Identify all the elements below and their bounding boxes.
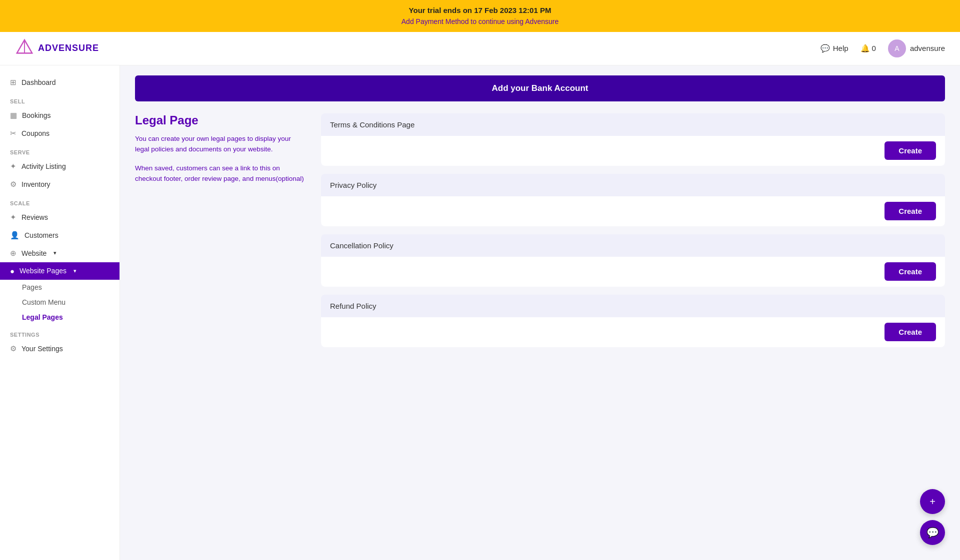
sidebar-item-reviews[interactable]: ✦ Reviews	[0, 208, 120, 226]
banner-line1: Your trial ends on 17 Feb 2023 12:01 PM	[10, 5, 950, 16]
website-pages-icon: ●	[10, 267, 14, 275]
legal-layout: Legal Page You can create your own legal…	[135, 113, 945, 347]
sidebar-item-legal-pages[interactable]: Legal Pages	[22, 310, 120, 325]
legal-card-3: Refund Policy Create	[321, 295, 945, 347]
settings-section-label: Settings	[0, 325, 120, 340]
banner-line2: Add Payment Method to continue using Adv…	[10, 16, 950, 27]
sell-section-label: Sell	[0, 91, 120, 106]
dashboard-icon: ⊞	[10, 78, 16, 87]
legal-card-body-0: Create	[321, 136, 945, 166]
legal-page-title: Legal Page	[135, 113, 305, 127]
settings-icon: ⚙	[10, 344, 16, 353]
main-content: Add your Bank Account Legal Page You can…	[120, 65, 960, 560]
chevron-down-icon: ▾	[54, 250, 56, 256]
header: ADVENSURE 💬 Help 🔔 0 A advensure	[0, 32, 960, 65]
scale-section-label: Scale	[0, 193, 120, 208]
bank-account-banner[interactable]: Add your Bank Account	[135, 75, 945, 101]
sidebar-item-inventory[interactable]: ⚙ Inventory	[0, 175, 120, 193]
legal-page-desc2: When saved, customers can see a link to …	[135, 163, 305, 184]
sidebar-item-website[interactable]: ⊕ Website ▾	[0, 244, 120, 262]
bell-icon: 🔔	[860, 44, 870, 53]
fab-container: + 💬	[920, 489, 945, 545]
activity-icon: ✦	[10, 162, 16, 171]
reviews-icon: ✦	[10, 213, 16, 222]
sidebar-item-your-settings[interactable]: ⚙ Your Settings	[0, 340, 120, 358]
legal-card-header-3: Refund Policy	[321, 295, 945, 317]
sidebar-item-coupons[interactable]: ✂ Coupons	[0, 124, 120, 142]
sidebar-item-dashboard[interactable]: ⊞ Dashboard	[0, 73, 120, 91]
chat-icon: 💬	[820, 44, 830, 53]
create-button-0[interactable]: Create	[884, 141, 936, 160]
sidebar-item-activity-listing[interactable]: ✦ Activity Listing	[0, 157, 120, 175]
website-pages-submenu: Pages Custom Menu Legal Pages	[0, 280, 120, 325]
legal-card-header-1: Privacy Policy	[321, 174, 945, 196]
logo: ADVENSURE	[15, 38, 99, 59]
legal-page-desc1: You can create your own legal pages to d…	[135, 133, 305, 155]
sidebar-item-customers[interactable]: 👤 Customers	[0, 226, 120, 244]
customers-icon: 👤	[10, 231, 20, 240]
legal-card-body-3: Create	[321, 317, 945, 347]
serve-section-label: Serve	[0, 142, 120, 157]
username-label: advensure	[910, 44, 945, 52]
sidebar-item-bookings[interactable]: ▦ Bookings	[0, 106, 120, 124]
header-right: 💬 Help 🔔 0 A advensure	[820, 39, 945, 57]
sidebar-item-pages[interactable]: Pages	[22, 280, 120, 295]
logo-text: ADVENSURE	[38, 43, 99, 53]
coupons-icon: ✂	[10, 129, 16, 138]
legal-card-body-1: Create	[321, 196, 945, 226]
inventory-icon: ⚙	[10, 180, 16, 189]
bookings-icon: ▦	[10, 111, 17, 120]
user-menu[interactable]: A advensure	[888, 39, 945, 57]
help-button[interactable]: 💬 Help	[820, 44, 848, 53]
legal-cards-container: Terms & Conditions Page Create Privacy P…	[321, 113, 945, 347]
sidebar: ⊞ Dashboard Sell ▦ Bookings ✂ Coupons Se…	[0, 65, 120, 560]
chevron-down-icon-pages: ▾	[74, 268, 76, 274]
create-button-1[interactable]: Create	[884, 202, 936, 220]
legal-card-body-2: Create	[321, 257, 945, 287]
app-body: ⊞ Dashboard Sell ▦ Bookings ✂ Coupons Se…	[0, 65, 960, 560]
legal-card-2: Cancellation Policy Create	[321, 234, 945, 287]
trial-banner: Your trial ends on 17 Feb 2023 12:01 PM …	[0, 0, 960, 32]
legal-card-header-0: Terms & Conditions Page	[321, 113, 945, 136]
sidebar-item-custom-menu[interactable]: Custom Menu	[22, 295, 120, 310]
avatar: A	[888, 39, 906, 57]
create-button-2[interactable]: Create	[884, 262, 936, 281]
sidebar-item-website-pages[interactable]: ● Website Pages ▾	[0, 262, 120, 280]
fab-add-button[interactable]: +	[920, 489, 945, 514]
legal-card-header-2: Cancellation Policy	[321, 234, 945, 257]
legal-card-0: Terms & Conditions Page Create	[321, 113, 945, 166]
legal-page-description: Legal Page You can create your own legal…	[135, 113, 305, 347]
logo-icon	[15, 38, 34, 59]
notifications-button[interactable]: 🔔 0	[860, 44, 876, 53]
create-button-3[interactable]: Create	[884, 323, 936, 341]
legal-card-1: Privacy Policy Create	[321, 174, 945, 226]
fab-chat-button[interactable]: 💬	[920, 520, 945, 545]
website-icon: ⊕	[10, 249, 16, 258]
